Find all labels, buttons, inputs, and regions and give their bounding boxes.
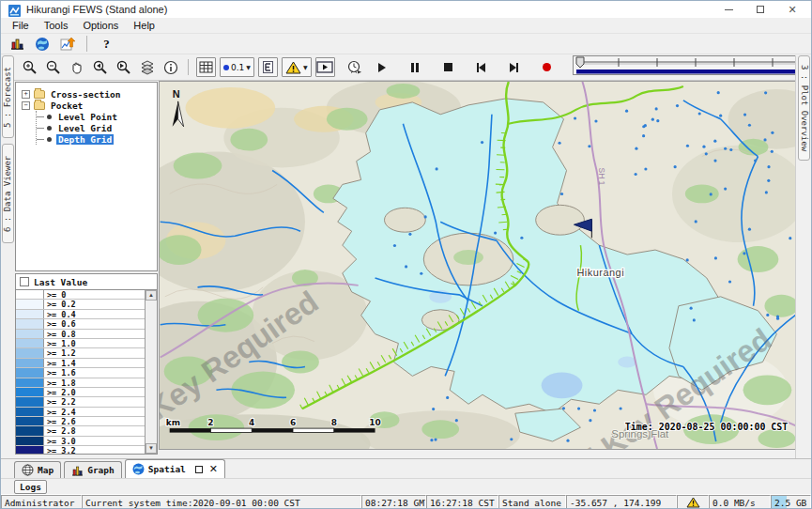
menu-tools[interactable]: Tools xyxy=(37,19,76,32)
tree-item-cross-section[interactable]: + Cross-section xyxy=(22,88,155,100)
window-controls: ✕ xyxy=(723,4,805,15)
legend-swatch xyxy=(16,310,44,318)
pause-button[interactable] xyxy=(406,57,425,77)
layers-button[interactable] xyxy=(137,57,157,77)
zoom-out-button[interactable] xyxy=(43,57,63,77)
legend-row[interactable]: >= 2.2 xyxy=(16,397,145,407)
time-slider[interactable] xyxy=(573,55,812,79)
legend-row[interactable]: >= 1.0 xyxy=(16,339,145,348)
legend-label: >= 2.0 xyxy=(44,388,145,396)
warning-dropdown[interactable]: ▼ xyxy=(282,57,312,77)
status-gmt-time: 08:27:18 GMT xyxy=(361,495,426,509)
animation-clock-button[interactable] xyxy=(345,57,364,77)
legend-label: >= 1.2 xyxy=(44,348,145,357)
record-button[interactable] xyxy=(537,57,557,77)
help-label: ? xyxy=(103,37,110,52)
status-system-time: Current system time:2020-09-01 00:00 CST xyxy=(82,495,361,509)
grid-display-button[interactable] xyxy=(196,57,216,77)
help-button[interactable]: ? xyxy=(97,34,116,54)
zoom-previous-button[interactable] xyxy=(90,57,110,77)
legend-row[interactable]: >= 1.6 xyxy=(16,368,145,378)
tree-item-level-point[interactable]: Level Point xyxy=(37,111,155,122)
legend-label: >= 1.6 xyxy=(44,368,145,377)
legend-label: >= 2.4 xyxy=(44,408,145,416)
legend-scrollbar[interactable]: ▲ ▼ xyxy=(145,290,157,454)
classbreak-value: 0.1 xyxy=(231,63,244,72)
legend-row[interactable]: >= 2.6 xyxy=(16,417,145,426)
legend-label: >= 0.4 xyxy=(44,310,145,318)
scrollbar-track[interactable] xyxy=(146,301,157,443)
warning-icon xyxy=(285,61,301,74)
info-button[interactable] xyxy=(161,57,180,77)
menu-options[interactable]: Options xyxy=(75,19,126,32)
status-warning-cell[interactable] xyxy=(677,495,709,509)
minimize-button[interactable] xyxy=(723,4,734,15)
menu-file[interactable]: File xyxy=(5,19,37,32)
tree-item-pocket[interactable]: − Pocket xyxy=(22,100,155,111)
toolbar-separator xyxy=(86,36,87,52)
go-to-end-button[interactable] xyxy=(504,57,524,77)
map-time-label: Time: 2020-08-25 00:00:00 CST xyxy=(625,422,789,432)
legend-row[interactable]: >= 3.2 xyxy=(16,446,145,454)
main-toolbar: ? xyxy=(1,34,811,54)
legend-row[interactable]: >= 3.0 xyxy=(16,437,145,446)
forecast-chart-button[interactable] xyxy=(57,34,77,54)
map-canvas[interactable]: API Key Required API Key Required Hikura… xyxy=(159,81,797,450)
last-value-checkbox[interactable] xyxy=(20,277,29,286)
map-display-button[interactable] xyxy=(32,34,52,54)
tab-data-viewer[interactable]: 6 : Data Viewer xyxy=(2,144,14,243)
legend-row[interactable]: >= 0 xyxy=(16,290,145,300)
legend-label: >= 0.2 xyxy=(44,300,145,308)
legend-row[interactable]: >= 2.0 xyxy=(16,388,145,397)
left-tab-strip: 5 : Forecast 6 : Data Viewer xyxy=(1,55,14,458)
tree-item-depth-grid[interactable]: Depth Grid xyxy=(37,133,155,145)
scroll-up-icon[interactable]: ▲ xyxy=(146,290,157,301)
tab-spatial[interactable]: Spatial ✕ xyxy=(125,459,225,478)
scroll-down-icon[interactable]: ▼ xyxy=(146,443,157,454)
label-toggle-button[interactable] xyxy=(258,57,278,77)
expander-minus-icon[interactable]: − xyxy=(22,101,30,110)
database-viewer-button[interactable] xyxy=(7,34,26,54)
tree-item-level-grid[interactable]: Level Grid xyxy=(37,122,155,133)
go-to-start-button[interactable] xyxy=(471,57,491,77)
close-button[interactable]: ✕ xyxy=(787,4,798,15)
pan-hand-button[interactable] xyxy=(67,57,86,77)
zoom-in-button[interactable] xyxy=(20,57,39,77)
legend-row[interactable]: >= 1.8 xyxy=(16,378,145,388)
tab-plot-overview[interactable]: 3 : Plot Overview xyxy=(798,55,810,161)
play-button[interactable] xyxy=(373,57,392,77)
tab-forecast[interactable]: 5 : Forecast xyxy=(2,55,14,138)
maximize-button[interactable] xyxy=(755,4,766,15)
window-title: Hikurangi FEWS (Stand alone) xyxy=(26,4,167,15)
tree-connector xyxy=(37,139,44,140)
tab-spatial-label: Spatial xyxy=(148,464,186,474)
scale-unit: km xyxy=(166,418,180,427)
tab-map[interactable]: Map xyxy=(14,461,61,478)
animation-frame-button[interactable] xyxy=(315,57,335,77)
tree-label: Pocket xyxy=(49,100,84,111)
legend-label: >= 2.6 xyxy=(44,417,145,425)
legend-swatch xyxy=(16,417,44,425)
left-panel: + Cross-section − Pocket Level Point xyxy=(14,81,159,458)
legend-row[interactable]: >= 0.4 xyxy=(16,310,145,319)
expander-plus-icon[interactable]: + xyxy=(22,90,30,99)
legend-row[interactable]: >= 2.8 xyxy=(16,426,145,436)
legend-label: >= 0.6 xyxy=(44,319,145,328)
legend-row[interactable]: >= 1.4 xyxy=(16,359,145,368)
stop-button[interactable] xyxy=(438,57,458,77)
legend-row[interactable]: >= 0.8 xyxy=(16,330,145,339)
tree-label: Level Point xyxy=(56,112,119,122)
tab-close-icon[interactable]: ✕ xyxy=(209,466,218,473)
tab-maximize-icon[interactable] xyxy=(195,466,203,473)
legend-row[interactable]: >= 0.2 xyxy=(16,300,145,309)
menu-help[interactable]: Help xyxy=(126,19,162,32)
legend-row[interactable]: >= 0.6 xyxy=(16,319,145,329)
legend-swatch xyxy=(16,378,44,387)
zoom-next-button[interactable] xyxy=(114,57,133,77)
legend-swatch xyxy=(16,426,44,435)
tab-graph[interactable]: Graph xyxy=(64,461,122,478)
logs-tab[interactable]: Logs xyxy=(14,480,47,494)
classbreak-dropdown[interactable]: 0.1 ▼ xyxy=(220,57,254,77)
legend-row[interactable]: >= 2.4 xyxy=(16,408,145,417)
legend-row[interactable]: >= 1.2 xyxy=(16,348,145,358)
